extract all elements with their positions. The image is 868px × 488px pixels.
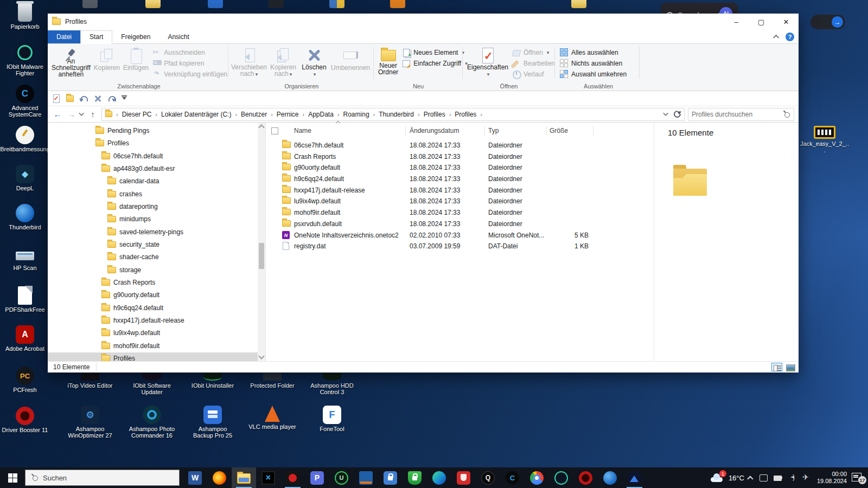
breadcrumb-benutzer[interactable]: Benutzer	[241, 111, 267, 118]
breadcrumb-appdata[interactable]: AppData	[308, 111, 334, 118]
airplane-mode-icon[interactable]	[802, 473, 812, 482]
breadcrumb-roaming[interactable]: Roaming	[343, 111, 369, 118]
taskbar-driver-booster[interactable]	[573, 467, 598, 488]
tab-freigeben[interactable]: Freigeben	[112, 31, 159, 43]
explorer-search-input[interactable]	[692, 111, 783, 118]
open-button[interactable]: Öffnen▾	[510, 47, 557, 58]
taskbar-search-input[interactable]	[43, 474, 174, 482]
maximize-button[interactable]: ▢	[749, 14, 774, 30]
desktop-icon-vlc[interactable]: VLC media player	[247, 406, 297, 430]
battery-icon[interactable]	[773, 473, 783, 482]
table-row[interactable]: Crash Reports 18.08.2024 17:33 Dateiordn…	[266, 151, 649, 163]
desktop-icon-breitbandmessung[interactable]: Breitbandmessung	[0, 126, 50, 152]
back-button[interactable]: ←	[52, 110, 63, 119]
history-button[interactable]: Verlauf	[510, 69, 557, 80]
edit-button[interactable]: Bearbeiten	[510, 58, 557, 69]
table-row[interactable]: psxrvduh.default 18.08.2024 17:33 Dateio…	[266, 219, 649, 230]
tab-ansicht[interactable]: Ansicht	[159, 31, 197, 43]
column-header-type[interactable]: Typ	[488, 127, 499, 134]
undo-icon[interactable]	[79, 94, 88, 103]
help-icon[interactable]: ?	[786, 33, 794, 41]
desktop-icon-thunderbird[interactable]: Thunderbird	[0, 204, 50, 230]
table-row[interactable]: hxxp417j.default-release 18.08.2024 17:3…	[266, 185, 649, 196]
table-row[interactable]: OneNote Inhaltsverzeichnis.onetoc2 02.02…	[266, 230, 649, 241]
tree-scrollbar[interactable]	[258, 123, 265, 361]
tree-item[interactable]: Crash Reports	[48, 277, 258, 288]
new-item-button[interactable]: Neues Element▾	[400, 47, 469, 58]
desktop-icon-hp-scan[interactable]: HP Scan	[0, 245, 50, 271]
desktop-icon-deepl[interactable]: ◆ DeepL	[0, 165, 50, 191]
tree-item[interactable]: storage	[48, 264, 258, 276]
tablet-mode-icon[interactable]	[758, 473, 768, 482]
taskbar-grid-tool[interactable]	[256, 467, 280, 488]
copy-path-button[interactable]: Pfad kopieren	[150, 58, 229, 69]
forward-button[interactable]: →	[66, 110, 77, 119]
breadcrumb-dieser-pc[interactable]: Dieser PC	[122, 111, 152, 118]
rename-button[interactable]: Umbenennen	[329, 46, 372, 79]
desktop-icon-jack-easy[interactable]: Jack_easy_V_2_...	[800, 126, 850, 153]
taskbar-search[interactable]	[25, 470, 180, 486]
desktop-icon-iobit-malware-fighter[interactable]: IObit Malware Fighter	[0, 43, 50, 76]
tab-start[interactable]: Start	[80, 30, 112, 44]
breadcrumb-laufwerk-c[interactable]: Lokaler Datenträger (C:)	[161, 111, 231, 118]
redo-icon[interactable]	[107, 94, 116, 103]
tree-item[interactable]: Profiles	[48, 137, 258, 149]
column-header-date[interactable]: Änderungsdatum	[410, 127, 459, 134]
taskbar-edge[interactable]	[427, 467, 451, 488]
clock[interactable]: 00:00 19.08.2024	[817, 471, 847, 485]
desktop-icon-partial[interactable]	[82, 0, 98, 8]
breadcrumb-thunderbird[interactable]: Thunderbird	[379, 111, 414, 118]
taskbar-shield-app[interactable]	[403, 467, 427, 488]
desktop-icon-ashampoo-hdd-control[interactable]: Ashampoo HDD Control 3	[307, 373, 357, 395]
pin-to-quickaccess-button[interactable]: An Schnellzugriff anheften	[50, 46, 92, 79]
desktop-icon-papierkorb[interactable]: Papierkorb	[0, 3, 50, 30]
taskbar-protected-folder[interactable]	[378, 467, 403, 488]
tree-item[interactable]: minidumps	[48, 213, 258, 225]
tree-item[interactable]: shader-cache	[48, 251, 258, 263]
scroll-up-icon[interactable]	[258, 124, 264, 130]
taskbar-explorer[interactable]	[232, 467, 256, 488]
thumbnails-view-button[interactable]	[784, 363, 795, 371]
tree-item[interactable]: saved-telemetry-pings	[48, 226, 258, 238]
taskbar-sparda-bank[interactable]	[354, 467, 378, 488]
tree-item-selected[interactable]: Profiles	[48, 352, 258, 361]
table-row[interactable]: lu9ix4wp.default 18.08.2024 17:33 Dateio…	[266, 196, 649, 207]
collapse-ribbon-icon[interactable]	[773, 35, 779, 41]
taskbar-word[interactable]	[183, 467, 207, 488]
table-row[interactable]: mohof9ir.default 18.08.2024 17:33 Dateio…	[266, 207, 649, 219]
tree-item[interactable]: h9c6qq24.default	[48, 302, 258, 314]
cut-button[interactable]: Ausschneiden	[150, 47, 229, 58]
weather-icon[interactable]: 1	[710, 473, 724, 482]
refresh-icon[interactable]	[672, 109, 682, 119]
speaker-icon[interactable]	[788, 473, 797, 482]
copy-button[interactable]: Kopieren	[92, 46, 122, 79]
details-view-button[interactable]	[771, 363, 782, 371]
table-row[interactable]: 06cse7hh.default 18.08.2024 17:33 Dateio…	[266, 140, 649, 151]
desktop-icon-ashampoo-photo-commander[interactable]: Ashampoo Photo Commander 16	[127, 406, 177, 439]
move-to-button[interactable]: Verschieben nach▾	[231, 46, 267, 79]
taskbar-iobit-mf[interactable]	[549, 467, 573, 488]
select-none-button[interactable]: Nichts auswählen	[558, 58, 629, 69]
desktop-icon-partial[interactable]	[390, 0, 405, 8]
breadcrumb-profiles[interactable]: Profiles	[424, 111, 445, 118]
desktop-icon-partial[interactable]	[145, 0, 161, 8]
tree-item[interactable]: calendar-data	[48, 175, 258, 187]
taskbar-iobit-uninstaller[interactable]	[329, 467, 354, 488]
paste-button[interactable]: Einfügen	[122, 46, 150, 79]
tree-item[interactable]: security_state	[48, 239, 258, 251]
tray-expand-icon[interactable]	[747, 476, 753, 481]
address-dropdown-icon[interactable]	[663, 111, 668, 116]
desktop-icon-partial[interactable]	[571, 0, 586, 8]
desktop-icon-iobit-software-updater[interactable]: IObit Software Updater	[127, 373, 177, 395]
tree-item[interactable]: mohof9ir.default	[48, 340, 258, 352]
tree-item[interactable]: g90uorty.default	[48, 289, 258, 301]
taskbar-pdf24[interactable]	[305, 467, 329, 488]
paste-shortcut-button[interactable]: Verknüpfung einfügen	[150, 69, 229, 80]
desktop-icon-ashampoo-winoptimizer[interactable]: ⚙ Ashampoo WinOptimizer 27	[65, 406, 115, 439]
copy-to-button[interactable]: Kopieren nach▾	[267, 46, 299, 79]
customize-toolbar-icon[interactable]	[122, 95, 127, 102]
table-row[interactable]: h9c6qq24.default 18.08.2024 17:33 Dateio…	[266, 174, 649, 185]
close-button[interactable]: ✕	[774, 14, 799, 30]
action-center-icon[interactable]: 17	[852, 472, 865, 483]
recent-locations-icon[interactable]	[79, 111, 84, 116]
